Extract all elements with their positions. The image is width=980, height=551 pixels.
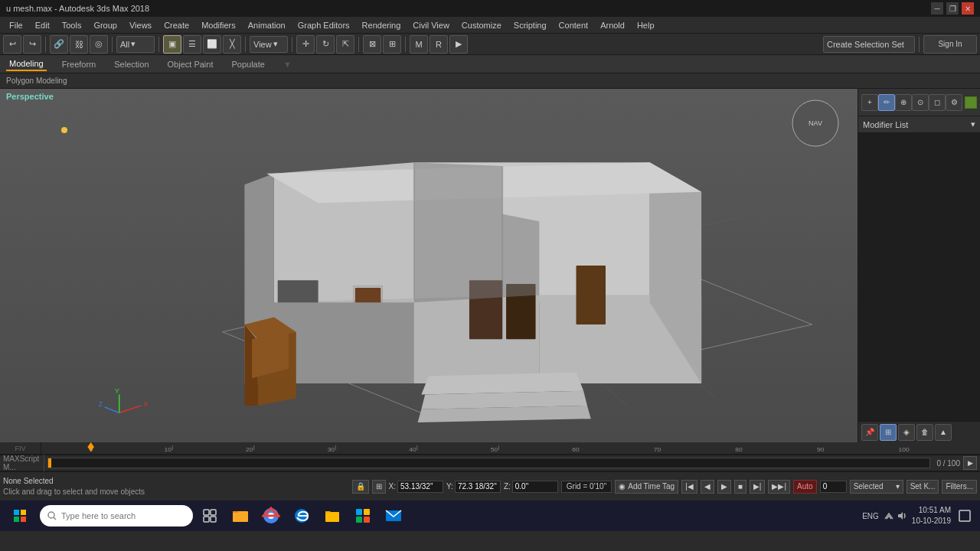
menu-content[interactable]: Content — [553, 19, 595, 31]
menu-animation[interactable]: Animation — [242, 19, 292, 31]
select-rotate-button[interactable]: ↻ — [316, 35, 335, 54]
view-mode-dropdown[interactable]: View ▾ — [250, 36, 288, 53]
notification-button[interactable] — [956, 502, 974, 530]
folder-icon[interactable] — [318, 502, 346, 530]
system-clock[interactable]: 10:51 AM 10-10-2019 — [912, 505, 951, 527]
render-button[interactable]: ▶ — [449, 35, 468, 54]
mail-icon[interactable] — [380, 502, 407, 530]
menu-edit[interactable]: Edit — [29, 19, 56, 31]
tab-object-paint[interactable]: Object Paint — [165, 58, 217, 70]
timeline-track[interactable] — [47, 458, 930, 468]
create-panel-button[interactable]: + — [861, 94, 878, 111]
select-object-button[interactable]: ▣ — [163, 35, 181, 54]
menu-scripting[interactable]: Scripting — [508, 19, 553, 31]
modify-panel-button[interactable]: ✏ — [878, 94, 895, 111]
menu-group[interactable]: Group — [87, 19, 123, 31]
select-by-name-button[interactable]: ☰ — [183, 35, 201, 54]
menu-views[interactable]: Views — [123, 19, 158, 31]
menu-tools[interactable]: Tools — [56, 19, 88, 31]
store-icon[interactable] — [349, 502, 377, 530]
color-swatch[interactable] — [965, 96, 977, 109]
rect-region-button[interactable]: ⬜ — [203, 35, 221, 54]
navigation-cube[interactable]: NAV — [789, 96, 842, 150]
redo-button[interactable]: ↪ — [23, 35, 41, 54]
menu-create[interactable]: Create — [158, 19, 195, 31]
current-frame-input[interactable] — [820, 481, 847, 493]
toolbar-sep-6 — [358, 37, 359, 52]
tab-freeform[interactable]: Freeform — [59, 58, 100, 70]
render-setup-button[interactable]: R — [430, 35, 448, 54]
select-link-button[interactable]: 🔗 — [50, 35, 68, 54]
make-unique-button[interactable]: ◈ — [898, 424, 915, 441]
chrome-icon[interactable] — [257, 502, 285, 530]
stop-button[interactable]: ■ — [734, 480, 746, 494]
restore-button[interactable]: ❐ — [946, 2, 959, 15]
y-input[interactable] — [455, 481, 501, 493]
volume-icon — [897, 510, 907, 521]
prev-frame-button[interactable]: ◀ — [701, 480, 714, 494]
z-input[interactable] — [512, 481, 558, 493]
menu-arnold[interactable]: Arnold — [594, 19, 631, 31]
task-view-button[interactable] — [196, 502, 224, 530]
goto-end-button[interactable]: ▶▶| — [768, 480, 790, 494]
menu-file[interactable]: File — [3, 19, 29, 31]
menu-rendering[interactable]: Rendering — [356, 19, 407, 31]
tab-selection[interactable]: Selection — [111, 58, 152, 70]
menu-graph-editors[interactable]: Graph Editors — [292, 19, 356, 31]
bind-space-warp-button[interactable]: ◎ — [90, 35, 108, 54]
menu-modifiers[interactable]: Modifiers — [195, 19, 242, 31]
filters-button[interactable]: Filters... — [942, 480, 977, 494]
scale-button[interactable]: ⇱ — [336, 35, 354, 54]
lock-selection-button[interactable]: 🔒 — [352, 480, 369, 494]
language-indicator[interactable]: ENG — [862, 512, 879, 520]
pin-stack-button[interactable]: 📌 — [861, 424, 878, 441]
hierarchy-panel-button[interactable]: ⊕ — [895, 94, 912, 111]
goto-start-button[interactable]: |◀ — [681, 480, 697, 494]
svg-rect-76 — [356, 517, 362, 523]
taskbar-search[interactable] — [40, 505, 193, 527]
file-explorer-icon[interactable] — [227, 502, 254, 530]
menu-civil-view[interactable]: Civil View — [407, 19, 455, 31]
x-input[interactable] — [397, 481, 443, 493]
tab-populate[interactable]: Populate — [228, 58, 267, 70]
start-button[interactable] — [6, 502, 34, 530]
absolute-mode-button[interactable]: ⊞ — [372, 480, 386, 494]
crossing-button[interactable]: ╳ — [223, 35, 241, 54]
menu-customize[interactable]: Customize — [456, 19, 508, 31]
play-button[interactable]: ▶ — [717, 480, 731, 494]
mirror-button[interactable]: ⊠ — [363, 35, 381, 54]
menu-help[interactable]: Help — [631, 19, 661, 31]
select-move-button[interactable]: ✛ — [296, 35, 315, 54]
minimize-button[interactable]: ─ — [931, 2, 943, 15]
move-up-button[interactable]: ▲ — [935, 424, 952, 441]
taskbar-search-input[interactable] — [61, 511, 185, 520]
material-editor-button[interactable]: M — [410, 35, 428, 54]
unlink-button[interactable]: ⛓ — [70, 35, 88, 54]
viewport[interactable]: Perspective NAV — [0, 89, 858, 442]
utilities-panel-button[interactable]: ⚙ — [946, 94, 962, 111]
motion-panel-button[interactable]: ⊙ — [912, 94, 929, 111]
tab-modeling[interactable]: Modeling — [6, 57, 47, 71]
selection-dropdown[interactable]: Selected ▾ — [850, 480, 903, 494]
filter-dropdown[interactable]: All ▾ — [116, 36, 155, 53]
svg-rect-69 — [233, 511, 248, 522]
edge-icon[interactable] — [288, 502, 315, 530]
timeline-ruler: FIV 0 10 20 30 40 50 60 70 80 90 100 — [0, 442, 980, 455]
status-bar: None Selected Click and drag to select a… — [0, 471, 980, 500]
remove-modifier-button[interactable]: 🗑 — [916, 424, 933, 441]
set-key-button[interactable]: Set K... — [906, 480, 939, 494]
sign-in-button[interactable]: Sign In — [923, 35, 977, 54]
modifier-list-content[interactable] — [858, 133, 980, 421]
next-frame-button[interactable]: ▶| — [750, 480, 766, 494]
show-end-result-button[interactable]: ⊞ — [880, 424, 897, 441]
undo-button[interactable]: ↩ — [3, 35, 21, 54]
auto-button[interactable]: Auto — [793, 480, 817, 494]
align-button[interactable]: ⊞ — [383, 35, 401, 54]
create-selection-set[interactable]: Create Selection Set — [823, 36, 915, 53]
display-panel-button[interactable]: ◻ — [929, 94, 946, 111]
add-time-tag-button[interactable]: ◉ Add Time Tag — [615, 480, 678, 494]
timeline-area: MAXScript M... 0 / 100 ▶ — [0, 455, 980, 471]
close-button[interactable]: ✕ — [962, 2, 974, 15]
timeline-nav-btn[interactable]: ▶ — [963, 456, 977, 470]
selected-label: Selected — [854, 482, 884, 491]
